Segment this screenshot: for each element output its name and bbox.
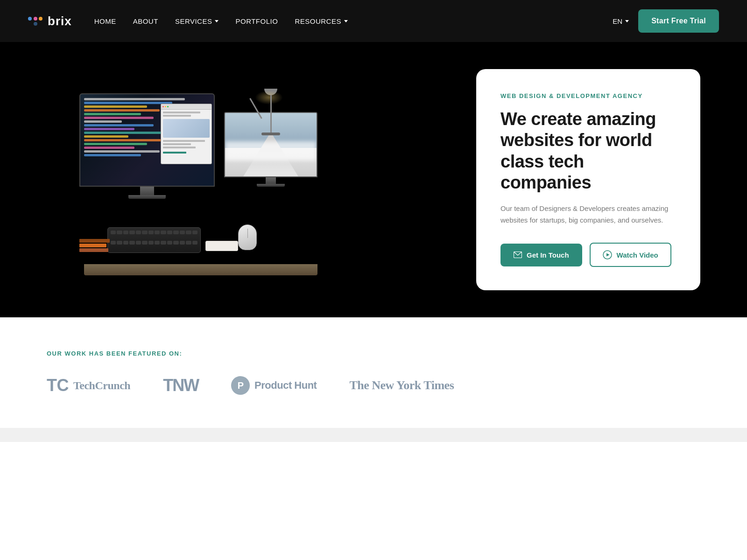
- nyt-text: The New York Times: [349, 378, 454, 392]
- featured-section: OUR WORK HAS BEEN FEATURED ON: TC TechCr…: [0, 317, 747, 428]
- language-selector[interactable]: EN: [613, 17, 629, 25]
- nav-link-portfolio[interactable]: PORTFOLIO: [235, 17, 278, 25]
- producthunt-text: Product Hunt: [254, 379, 317, 392]
- get-in-touch-button[interactable]: Get In Touch: [500, 244, 582, 266]
- navbar: brix HOME ABOUT SERVICES PORTFOLIO RESOU…: [0, 0, 747, 42]
- watch-video-button[interactable]: Watch Video: [590, 243, 671, 267]
- logo-dot-blue: [28, 17, 32, 21]
- nav-item-services[interactable]: SERVICES: [175, 17, 219, 25]
- hero-image: [47, 79, 355, 280]
- desk-scene: [70, 84, 331, 275]
- preview-window: [161, 104, 212, 164]
- svg-marker-2: [606, 253, 610, 257]
- logo-text: brix: [48, 14, 72, 28]
- chevron-down-icon-lang: [625, 20, 629, 22]
- logo-dot-orange: [39, 17, 42, 21]
- logo-dot-empty2: [39, 22, 42, 26]
- navbar-left: brix HOME ABOUT SERVICES PORTFOLIO RESOU…: [28, 14, 348, 28]
- nav-item-resources[interactable]: RESOURCES: [295, 17, 348, 25]
- nyt-logo: The New York Times: [349, 378, 454, 392]
- nav-item-portfolio[interactable]: PORTFOLIO: [235, 17, 278, 25]
- hero-buttons: Get In Touch Watch Video: [500, 243, 676, 267]
- start-trial-button[interactable]: Start Free Trial: [638, 9, 719, 33]
- featured-label: OUR WORK HAS BEEN FEATURED ON:: [47, 350, 700, 357]
- logo-dot-pink: [34, 17, 37, 21]
- mouse: [238, 224, 257, 250]
- tnw-logo: TNW: [163, 376, 198, 395]
- nav-link-resources[interactable]: RESOURCES: [295, 17, 348, 25]
- tnw-text: TNW: [163, 376, 198, 395]
- nav-link-about[interactable]: ABOUT: [133, 17, 158, 25]
- play-circle-icon: [603, 250, 612, 259]
- hero-card: WEB DESIGN & DEVELOPMENT AGENCY We creat…: [476, 69, 700, 291]
- logos-row: TC TechCrunch TNW P Product Hunt The New…: [47, 376, 700, 395]
- logo-dot-blue2: [34, 22, 37, 26]
- keyboard: [107, 227, 201, 253]
- monitor-screen-large: [79, 93, 215, 187]
- chevron-down-icon-resources: [344, 20, 348, 22]
- nav-item-about[interactable]: ABOUT: [133, 17, 158, 25]
- producthunt-logo: P Product Hunt: [231, 376, 317, 395]
- logo-dot-empty1: [28, 22, 32, 26]
- hero-inner: WEB DESIGN & DEVELOPMENT AGENCY We creat…: [47, 69, 700, 291]
- techcrunch-text: TechCrunch: [73, 379, 130, 392]
- desk-books: [79, 239, 110, 252]
- desk-tray: [205, 241, 238, 251]
- desk-lamp: [261, 89, 280, 135]
- nav-item-home[interactable]: HOME: [94, 17, 116, 25]
- hero-title: We create amazing websites for world cla…: [500, 109, 676, 194]
- nav-link-services[interactable]: SERVICES: [175, 17, 219, 25]
- monitor-large: [79, 93, 215, 199]
- mail-icon: [514, 252, 522, 258]
- desk-surface: [84, 264, 317, 275]
- hero-section: WEB DESIGN & DEVELOPMENT AGENCY We creat…: [0, 42, 747, 317]
- navbar-right: EN Start Free Trial: [613, 9, 719, 33]
- hero-subtitle: WEB DESIGN & DEVELOPMENT AGENCY: [500, 92, 676, 99]
- nav-links: HOME ABOUT SERVICES PORTFOLIO RESOURCES: [94, 17, 348, 25]
- techcrunch-logo: TC TechCrunch: [47, 376, 130, 395]
- logo[interactable]: brix: [28, 14, 72, 28]
- chevron-down-icon-services: [215, 20, 218, 22]
- logo-dots: [28, 17, 43, 26]
- tc-icon: TC: [47, 376, 69, 395]
- ph-icon: P: [231, 376, 250, 395]
- nav-link-home[interactable]: HOME: [94, 17, 116, 25]
- hero-description: Our team of Designers & Developers creat…: [500, 203, 676, 226]
- bottom-bar: [0, 428, 747, 442]
